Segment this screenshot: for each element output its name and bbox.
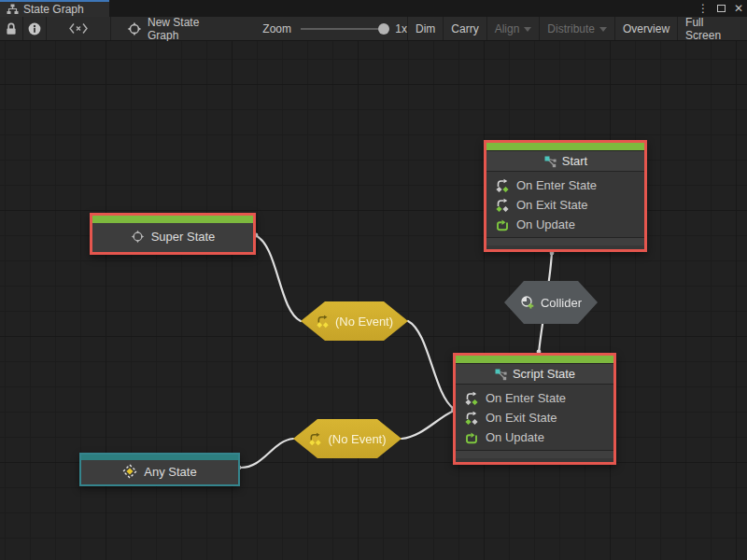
zoom-label: Zoom [262, 22, 291, 35]
zoom-value: 1x [395, 22, 407, 35]
event-cycle-icon [308, 432, 322, 446]
toolbar-right-group: Dim Carry Align Distribute Overview Full… [407, 17, 747, 40]
code-preview-button[interactable] [47, 17, 111, 40]
collider-label: Collider [541, 296, 582, 310]
overview-button[interactable]: Overview [614, 17, 677, 40]
zoom-slider-track[interactable] [301, 28, 388, 30]
node-title: Script State [513, 367, 575, 381]
event-label: On Enter State [486, 391, 566, 405]
on-exit-state-icon [495, 198, 510, 213]
distribute-label: Distribute [547, 22, 595, 35]
chevron-down-icon [524, 27, 531, 32]
node-any-state[interactable]: Any State [79, 453, 240, 486]
new-graph-label: New State Graph [148, 16, 233, 42]
state-graph-window: State Graph ⋮ ✕ [0, 0, 747, 560]
tab-title: State Graph [23, 3, 84, 16]
graph-hierarchy-icon [7, 4, 19, 15]
event-label: On Enter State [516, 178, 597, 192]
maximize-icon[interactable] [717, 5, 726, 12]
event-row-on-exit-state[interactable]: On Exit State [486, 195, 644, 215]
any-state-icon [122, 464, 137, 479]
event-cycle-icon [316, 315, 330, 329]
graph-canvas[interactable]: Start On Enter State [0, 41, 747, 560]
transition-label: (No Event) [335, 315, 393, 329]
event-label: On Exit State [486, 411, 557, 425]
lock-button[interactable] [0, 17, 23, 40]
on-exit-state-icon [464, 411, 479, 426]
close-icon[interactable]: ✕ [734, 2, 743, 15]
full-screen-label: Full Screen [685, 16, 740, 42]
state-graph-crosshair-icon [127, 21, 142, 36]
tab-state-graph[interactable]: State Graph [0, 0, 109, 17]
node-super-state[interactable]: Super State [90, 213, 256, 255]
full-screen-button[interactable]: Full Screen [677, 17, 747, 40]
event-row-on-update[interactable]: On Update [486, 215, 644, 234]
collider-node[interactable]: Collider [504, 281, 598, 324]
event-label: On Update [516, 217, 575, 231]
state-color-bar [456, 356, 613, 363]
event-row-on-enter-state[interactable]: On Enter State [486, 175, 644, 195]
state-color-bar [486, 143, 644, 150]
wire-superstate-to-transition1[interactable] [255, 235, 301, 321]
state-color-bar [92, 216, 253, 223]
collider-sphere-plus-icon [520, 295, 535, 310]
node-script-state[interactable]: Script State On Enter State [453, 353, 616, 465]
event-row-on-enter-state[interactable]: On Enter State [456, 388, 613, 408]
graph-toolbar: New State Graph Zoom 1x Dim Carry Align … [0, 17, 747, 41]
zoom-slider[interactable] [301, 22, 388, 35]
event-row-on-update[interactable]: On Update [456, 427, 613, 447]
graph-breadcrumb[interactable]: New State Graph [127, 16, 233, 42]
event-row-on-exit-state[interactable]: On Exit State [456, 408, 613, 427]
wire-transition1-to-scriptstate[interactable] [408, 321, 454, 409]
super-state-icon [131, 230, 145, 244]
node-title: Start [562, 154, 587, 168]
overview-label: Overview [623, 22, 669, 35]
on-enter-state-icon [464, 391, 479, 406]
node-start[interactable]: Start On Enter State [484, 140, 647, 252]
on-update-icon [495, 217, 510, 232]
event-label: On Update [486, 430, 544, 444]
tab-bar: State Graph ⋮ ✕ [0, 0, 747, 17]
window-menu-icon[interactable]: ⋮ [698, 2, 709, 15]
wire-transition2-to-scriptstate[interactable] [402, 411, 454, 439]
event-label: On Exit State [516, 198, 588, 212]
chevron-down-icon [599, 27, 607, 32]
carry-label: Carry [451, 22, 478, 35]
zoom-slider-handle[interactable] [378, 23, 389, 35]
distribute-dropdown[interactable]: Distribute [539, 17, 614, 40]
dim-button[interactable]: Dim [407, 17, 443, 40]
window-controls: ⋮ ✕ [698, 0, 743, 17]
script-state-icon [494, 368, 507, 381]
align-dropdown[interactable]: Align [486, 17, 540, 40]
node-title: Any State [144, 465, 196, 479]
node-footer [456, 450, 613, 458]
align-label: Align [495, 22, 520, 35]
on-update-icon [464, 430, 479, 445]
node-footer [486, 237, 644, 245]
dim-label: Dim [416, 22, 435, 35]
code-brackets-icon [68, 22, 89, 35]
info-button[interactable] [23, 17, 47, 40]
wire-anystate-to-transition2[interactable] [240, 439, 293, 468]
transition-label: (No Event) [328, 432, 386, 446]
info-icon [27, 21, 42, 36]
on-enter-state-icon [495, 178, 510, 193]
lock-icon [4, 21, 19, 36]
node-title: Super State [151, 230, 216, 244]
script-state-icon [543, 155, 557, 168]
carry-button[interactable]: Carry [443, 17, 486, 40]
